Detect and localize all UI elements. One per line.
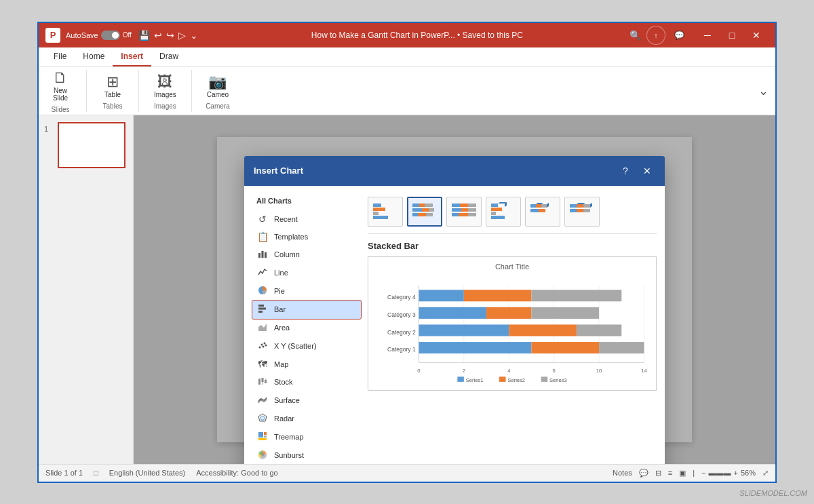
tab-insert[interactable]: Insert	[113, 47, 151, 66]
subtype-3d-stacked-bar[interactable]	[525, 197, 560, 227]
svg-text:0: 0	[417, 367, 420, 373]
subtype-100pct-stacked-bar[interactable]	[446, 197, 482, 227]
accessibility-status[interactable]: Accessibility: Good to go	[196, 469, 277, 477]
map-icon: 🗺	[256, 359, 269, 370]
title-bar: P AutoSave Off 💾 ↩ ↪ ▷ ⌄ How to Make a G…	[39, 23, 775, 47]
subtype-stacked-bar[interactable]	[407, 197, 442, 227]
slide-thumbnail[interactable]	[58, 122, 125, 168]
slides-group-items: 🗋 NewSlide	[45, 68, 75, 103]
view-normal[interactable]: ⊟	[655, 469, 661, 478]
svg-rect-112	[509, 324, 577, 336]
save-icon[interactable]: 💾	[138, 30, 150, 41]
category-surface[interactable]: Surface	[252, 391, 361, 410]
zoom-in-icon[interactable]: +	[734, 469, 738, 477]
category-line[interactable]: Line	[252, 264, 361, 282]
category-pie[interactable]: Pie	[252, 282, 361, 301]
chart-types-panel: Stacked Bar Chart Title	[368, 194, 657, 464]
svg-rect-22	[264, 432, 267, 435]
category-area[interactable]: Area	[252, 319, 361, 337]
ribbon-collapse-button[interactable]: ⌄	[758, 83, 769, 98]
language: English (United States)	[109, 469, 186, 477]
comments-button[interactable]: 💬	[639, 469, 648, 478]
search-icon[interactable]: 🔍	[629, 30, 641, 41]
zoom-slider[interactable]: ▬▬▬	[709, 469, 731, 477]
svg-rect-70	[491, 216, 505, 219]
svg-rect-2	[265, 252, 267, 258]
camera-button[interactable]: 📷 Cameo	[203, 72, 233, 100]
svg-rect-67	[491, 203, 498, 207]
category-recent[interactable]: ↺ Recent	[252, 210, 361, 228]
zoom-out-icon[interactable]: −	[701, 469, 705, 477]
ribbon-group-tables: ⊞ Table Tables	[98, 70, 139, 112]
svg-rect-5	[258, 307, 266, 309]
autosave-toggle[interactable]	[101, 31, 120, 40]
svg-marker-20	[260, 416, 265, 420]
svg-point-10	[264, 342, 266, 344]
comments-icon[interactable]: 💬	[670, 26, 689, 45]
svg-text:Series1: Series1	[466, 376, 484, 383]
category-xy-label: X Y (Scatter)	[274, 342, 317, 350]
tab-file[interactable]: File	[45, 47, 75, 66]
view-outline[interactable]: ≡	[668, 469, 672, 477]
category-bar-label: Bar	[274, 305, 286, 313]
table-button[interactable]: ⊞ Table	[98, 72, 128, 100]
camera-group-label: Camera	[206, 102, 230, 110]
category-templates[interactable]: 📋 Templates	[252, 228, 361, 246]
templates-icon: 📋	[256, 231, 269, 242]
svg-rect-15	[262, 378, 264, 382]
treemap-icon	[256, 431, 269, 443]
more-icon[interactable]: ⌄	[190, 30, 198, 41]
svg-rect-48	[373, 216, 388, 219]
camera-label: Cameo	[207, 91, 229, 98]
category-radar[interactable]: Radar	[252, 410, 361, 428]
category-xy-scatter[interactable]: X Y (Scatter)	[252, 337, 361, 355]
category-map[interactable]: 🗺 Map	[252, 355, 361, 373]
dialog-help-button[interactable]: ?	[617, 163, 634, 179]
subtype-clustered-bar[interactable]	[368, 197, 403, 227]
category-radar-label: Radar	[274, 414, 294, 423]
new-slide-icon: 🗋	[53, 69, 68, 87]
recent-icon: ↺	[256, 214, 269, 225]
svg-rect-75	[541, 204, 547, 208]
subtype-3d-100pct-bar[interactable]	[564, 197, 600, 227]
category-templates-label: Templates	[274, 233, 308, 241]
new-slide-button[interactable]: 🗋 NewSlide	[45, 68, 75, 103]
svg-rect-103	[419, 290, 463, 301]
dialog-title: Insert Chart	[254, 166, 303, 176]
view-slideshow[interactable]: ▣	[679, 469, 686, 478]
category-treemap[interactable]: Treemap	[252, 428, 361, 446]
present-icon[interactable]: ▷	[178, 30, 186, 41]
subtype-3d-clustered-bar[interactable]	[486, 197, 521, 227]
images-button[interactable]: 🖼 Images	[150, 72, 180, 100]
category-map-label: Map	[274, 360, 288, 368]
category-sunburst[interactable]: Sunburst	[252, 446, 361, 464]
ribbon-tabs: File Home Insert Draw	[39, 47, 775, 67]
chart-preview-svg: 0 2 4 6 10 14 Category 4	[374, 276, 651, 385]
undo-icon[interactable]: ↩	[154, 30, 162, 41]
redo-icon[interactable]: ↪	[166, 30, 174, 41]
tables-group-items: ⊞ Table	[98, 72, 128, 100]
all-charts-header: All Charts	[252, 194, 361, 210]
category-pie-label: Pie	[274, 287, 285, 295]
dialog-title-bar: Insert Chart ? ✕	[244, 156, 665, 186]
svg-rect-116	[531, 342, 599, 353]
category-stock[interactable]: Stock	[252, 373, 361, 391]
sunburst-icon	[256, 450, 269, 461]
fit-screen-icon[interactable]: ⤢	[762, 469, 769, 478]
minimize-button[interactable]: ─	[695, 23, 720, 47]
share-button[interactable]: ↑	[646, 26, 665, 45]
zoom-separator: |	[693, 469, 695, 477]
svg-rect-47	[373, 212, 379, 215]
zoom-level: 56%	[741, 469, 756, 477]
tab-draw[interactable]: Draw	[151, 47, 187, 66]
canvas-area: Insert Chart ? ✕ All Charts ↺	[134, 115, 775, 464]
close-button[interactable]: ✕	[744, 23, 769, 47]
maximize-button[interactable]: □	[720, 23, 744, 47]
dialog-close-button[interactable]: ✕	[639, 163, 655, 179]
svg-rect-6	[258, 311, 263, 313]
zoom-control[interactable]: − ▬▬▬ + 56%	[701, 469, 756, 477]
tab-home[interactable]: Home	[75, 47, 113, 66]
notes-button[interactable]: Notes	[613, 469, 632, 477]
category-bar[interactable]: Bar	[252, 301, 361, 319]
category-column[interactable]: Column	[252, 246, 361, 264]
